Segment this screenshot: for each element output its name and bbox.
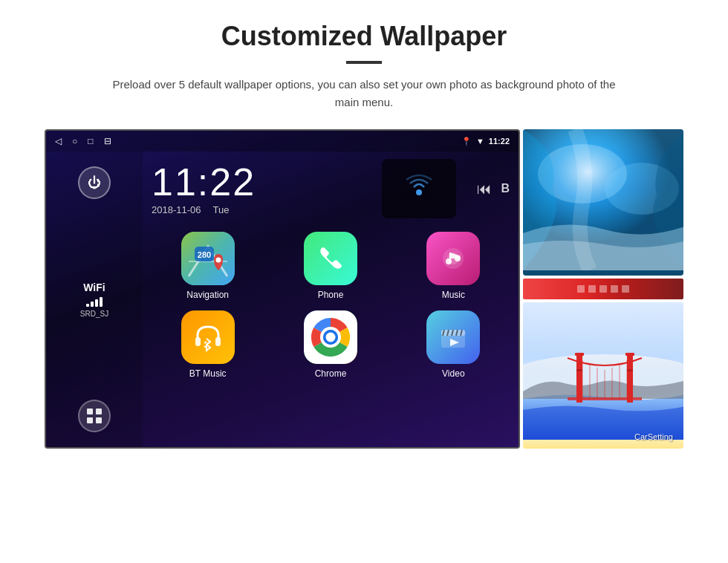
navigation-label: Navigation — [186, 290, 229, 300]
music-svg — [438, 244, 468, 273]
wallpaper-thumb-1[interactable] — [523, 129, 683, 276]
nav-home-icon[interactable]: ○ — [72, 136, 77, 146]
strip-content — [573, 282, 633, 296]
bridge-svg — [523, 302, 683, 440]
media-label: B — [501, 182, 510, 195]
clock-time: 11:22 — [152, 163, 367, 201]
video-svg — [438, 322, 468, 352]
video-label: Video — [442, 368, 464, 379]
radio-icon — [400, 170, 438, 207]
svg-rect-2 — [87, 417, 93, 423]
svg-point-25 — [325, 333, 335, 342]
wifi-bar-2 — [91, 302, 94, 307]
wifi-label: WiFi — [80, 282, 108, 293]
nav-recent-icon[interactable]: □ — [88, 136, 93, 146]
apps-grid-button[interactable] — [78, 400, 111, 432]
svg-rect-0 — [87, 409, 93, 414]
ice-cave-svg — [523, 129, 683, 270]
svg-text:280: 280 — [197, 250, 210, 259]
title-underline — [346, 61, 382, 64]
navigation-icon: 280 — [181, 232, 235, 285]
map-svg: 280 — [181, 232, 235, 285]
app-item-navigation[interactable]: 280 Navigation — [152, 232, 264, 300]
wallpaper-thumbnails: CarSetting — [523, 129, 683, 449]
nav-back-icon[interactable]: ◁ — [55, 136, 62, 146]
btmusic-icon — [181, 310, 235, 364]
clock-area: 11:22 2018-11-06 Tue — [152, 159, 510, 218]
app-item-btmusic[interactable]: BT Music — [152, 310, 264, 379]
app-item-phone[interactable]: Phone — [274, 232, 386, 300]
btmusic-svg — [190, 319, 226, 355]
svg-line-19 — [204, 342, 207, 343]
screen-container: ◁ ○ □ ⊟ 📍 ▼ 11:22 ⏻ — [45, 129, 683, 449]
app-item-video[interactable]: Video — [397, 310, 510, 379]
phone-label: Phone — [318, 290, 344, 300]
app-grid: 280 Navigation — [152, 232, 510, 379]
carsetting-label: CarSetting — [634, 432, 673, 441]
chrome-label: Chrome — [315, 368, 347, 379]
clock-date-value: 2018-11-06 — [152, 204, 201, 215]
svg-rect-36 — [577, 285, 585, 293]
svg-rect-38 — [599, 285, 607, 293]
wifi-bar-1 — [86, 304, 89, 307]
skip-prev-icon[interactable]: ⏮ — [477, 180, 492, 198]
svg-rect-1 — [96, 409, 102, 414]
nav-controls: ◁ ○ □ ⊟ — [55, 136, 111, 146]
app-item-chrome[interactable]: Chrome — [274, 310, 386, 379]
nav-screenshot-icon[interactable]: ⊟ — [104, 136, 111, 146]
wifi-bar-3 — [95, 299, 98, 307]
svg-rect-40 — [622, 285, 629, 293]
media-controls: ⏮ B — [477, 180, 510, 198]
wallpaper-thumb-2[interactable]: CarSetting — [523, 302, 683, 449]
thumb-strip — [523, 279, 683, 299]
status-time: 11:22 — [489, 137, 510, 146]
svg-rect-39 — [611, 285, 618, 293]
status-right: 📍 ▼ 11:22 — [461, 137, 510, 146]
chrome-svg — [304, 310, 357, 364]
page-title: Customized Wallpaper — [221, 21, 507, 52]
power-button[interactable]: ⏻ — [78, 166, 111, 199]
power-icon: ⏻ — [88, 175, 101, 191]
svg-line-17 — [207, 342, 210, 345]
svg-rect-47 — [576, 369, 582, 371]
clock-day-value: Tue — [213, 204, 230, 215]
svg-point-8 — [215, 258, 221, 263]
wifi-ssid: SRD_SJ — [80, 310, 108, 318]
wifi-bar-4 — [100, 297, 103, 307]
page-wrapper: Customized Wallpaper Preload over 5 defa… — [0, 0, 728, 563]
android-screen: ◁ ○ □ ⊟ 📍 ▼ 11:22 ⏻ — [45, 129, 520, 449]
wifi-bars — [80, 296, 108, 307]
svg-point-4 — [416, 189, 422, 195]
wifi-status-icon: ▼ — [476, 137, 484, 146]
phone-svg — [316, 244, 345, 273]
grid-icon — [86, 408, 103, 424]
btmusic-label: BT Music — [189, 368, 227, 379]
svg-rect-46 — [625, 353, 634, 356]
media-widget — [382, 159, 456, 218]
svg-rect-48 — [627, 369, 633, 371]
video-icon — [426, 310, 480, 364]
svg-rect-37 — [588, 285, 596, 293]
page-subtitle: Preload over 5 default wallpaper options… — [111, 76, 617, 111]
app-item-music[interactable]: Music — [397, 232, 510, 300]
screen-main: 11:22 2018-11-06 Tue — [143, 152, 519, 447]
chrome-icon — [304, 310, 357, 364]
svg-rect-45 — [575, 353, 584, 356]
svg-rect-3 — [96, 417, 102, 423]
svg-rect-56 — [568, 397, 642, 400]
clock-date: 2018-11-06 Tue — [152, 204, 367, 215]
clock-block: 11:22 2018-11-06 Tue — [152, 163, 367, 215]
phone-icon — [304, 232, 357, 285]
svg-rect-15 — [195, 337, 201, 346]
screen-body: ⏻ WiFi SRD_SJ — [46, 152, 519, 447]
sidebar: ⏻ WiFi SRD_SJ — [46, 152, 143, 447]
svg-rect-16 — [215, 337, 221, 346]
music-label: Music — [442, 290, 465, 300]
status-bar: ◁ ○ □ ⊟ 📍 ▼ 11:22 — [46, 131, 519, 152]
music-icon — [426, 232, 480, 285]
wifi-widget: WiFi SRD_SJ — [80, 282, 108, 318]
location-icon: 📍 — [461, 137, 472, 146]
